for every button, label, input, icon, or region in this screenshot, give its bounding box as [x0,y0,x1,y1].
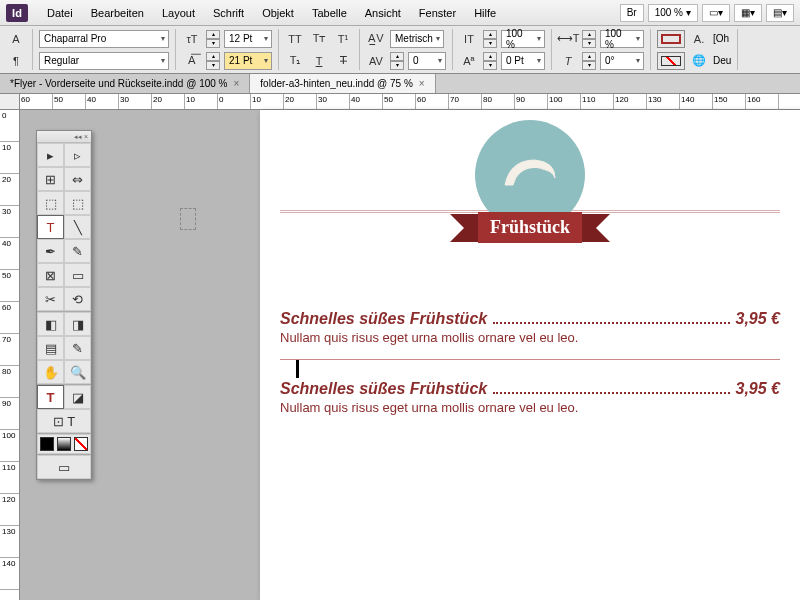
horizontal-ruler[interactable]: 6050403020100102030405060708090100110120… [20,94,800,110]
underline-icon[interactable]: T [309,52,329,70]
document-tabs: *Flyer - Vorderseite und Rückseite.indd … [0,74,800,94]
strike-icon[interactable]: T̶ [333,52,353,70]
font-size[interactable]: 12 Pt [224,30,272,48]
selection-tool[interactable]: ▸ [37,143,64,167]
baseline-stepper[interactable]: ▴▾ [483,52,497,70]
scissors-tool[interactable]: ✂ [37,287,64,311]
menu-item-1[interactable]: Schnelles süßes Frühstück 3,95 € Nullam … [280,310,780,374]
content-placer-tool[interactable]: ⬚ [64,191,91,215]
menu-layout[interactable]: Layout [153,3,204,23]
hscale-icon: ⟷T [558,30,578,48]
pencil-tool[interactable]: ✎ [64,239,91,263]
super-icon[interactable]: T¹ [333,30,353,48]
vscale-icon: IT [459,30,479,48]
hscale-stepper[interactable]: ▴▾ [582,30,596,48]
page-tool[interactable]: ⊞ [37,167,64,191]
view-mode-3[interactable]: ▤▾ [766,4,794,22]
menu-hilfe[interactable]: Hilfe [465,3,505,23]
sub-icon[interactable]: T₁ [285,52,305,70]
croissant-icon [495,150,565,200]
tools-panel[interactable]: ◂◂ × ▸ ▹ ⊞ ⇔ ⬚ ⬚ T ╲ ✒ ✎ ⊠ ▭ ✂ ⟲ ◧ ◨ ▤ ✎… [36,130,92,480]
ribbon-tail-right [582,214,610,242]
line-tool[interactable]: ╲ [64,215,91,239]
vscale-stepper[interactable]: ▴▾ [483,30,497,48]
menu-bearbeiten[interactable]: Bearbeiten [82,3,153,23]
lang-icon: 🌐 [689,52,709,70]
fill-color[interactable] [657,30,685,48]
tracking[interactable]: 0 [408,52,446,70]
language[interactable]: Deu [713,55,731,66]
hscale[interactable]: 100 % [600,30,644,48]
tab-flyer[interactable]: *Flyer - Vorderseite und Rückseite.indd … [0,74,250,93]
char-mode-icon[interactable]: A [6,30,26,48]
ruler-origin[interactable] [0,94,20,110]
menu-item-2[interactable]: Schnelles süßes Frühstück 3,95 € Nullam … [280,380,780,415]
page[interactable]: Frühstück Schnelles süßes Frühstück 3,95… [260,110,800,600]
baseline-shift[interactable]: 0 Pt [501,52,545,70]
type-tool[interactable]: T [37,215,64,239]
font-family[interactable]: Chaparral Pro [39,30,169,48]
menu-fenster[interactable]: Fenster [410,3,465,23]
size-stepper[interactable]: ▴▾ [206,30,220,48]
gradient-swatch-tool[interactable]: ◧ [37,312,64,336]
rectangle-tool[interactable]: ▭ [64,263,91,287]
vertical-ruler[interactable]: 0102030405060708090100110120130140 [0,110,20,600]
item-desc: Nullam quis risus eget urna mollis ornar… [280,330,780,345]
skew-stepper[interactable]: ▴▾ [582,52,596,70]
swatch-black[interactable] [40,437,54,451]
free-transform-tool[interactable]: ⟲ [64,287,91,311]
leading[interactable]: 21 Pt [224,52,272,70]
vscale[interactable]: 100 % [501,30,545,48]
kerning-mode[interactable]: Metrisch [390,30,444,48]
menu-ansicht[interactable]: Ansicht [356,3,410,23]
direct-selection-tool[interactable]: ▹ [64,143,91,167]
hand-tool[interactable]: ✋ [37,360,64,384]
menubar: Id Datei Bearbeiten Layout Schrift Objek… [0,0,800,26]
view-mode-toggle[interactable]: ▭ [37,455,91,479]
canvas[interactable]: Frühstück Schnelles süßes Frühstück 3,95… [20,110,800,600]
gap-tool[interactable]: ⇔ [64,167,91,191]
zoom-level[interactable]: 100 % ▾ [648,4,698,22]
item-name: Schnelles süßes Frühstück [280,380,487,398]
menu-tabelle[interactable]: Tabelle [303,3,356,23]
panel-collapse[interactable]: ◂◂ × [37,131,91,143]
fill-stroke-text[interactable]: T [37,385,64,409]
track-stepper[interactable]: ▴▾ [390,52,404,70]
baseline-icon: Aª [459,52,479,70]
close-icon[interactable]: × [233,78,239,89]
item-separator [280,359,780,360]
zoom-tool[interactable]: 🔍 [64,360,91,384]
swatch-none[interactable] [74,437,88,451]
menu-datei[interactable]: Datei [38,3,82,23]
tab-folder[interactable]: folder-a3-hinten_neu.indd @ 75 %× [250,74,435,93]
kern-icon: A̲V [366,30,386,48]
skew[interactable]: 0° [600,52,644,70]
char-style[interactable]: [Oh [713,33,729,44]
ribbon-tail-left [450,214,478,242]
leading-icon: A͞ [182,52,202,70]
stroke-color[interactable] [657,52,685,70]
fill-stroke-container[interactable]: ⊡ T [37,409,91,433]
rectangle-frame-tool[interactable]: ⊠ [37,263,64,287]
pen-tool[interactable]: ✒ [37,239,64,263]
fill-stroke-swap[interactable]: ◪ [64,385,91,409]
view-mode-2[interactable]: ▦▾ [734,4,762,22]
menu-schrift[interactable]: Schrift [204,3,253,23]
eyedropper-tool[interactable]: ✎ [64,336,91,360]
note-tool[interactable]: ▤ [37,336,64,360]
smallcaps-icon[interactable]: Tᴛ [309,30,329,48]
content-collector-tool[interactable]: ⬚ [37,191,64,215]
leading-stepper[interactable]: ▴▾ [206,52,220,70]
color-swatches[interactable] [37,434,91,454]
bridge-button[interactable]: Br [620,4,644,22]
view-mode-1[interactable]: ▭▾ [702,4,730,22]
menu-objekt[interactable]: Objekt [253,3,303,23]
close-icon[interactable]: × [419,78,425,89]
para-mode-icon[interactable]: ¶ [6,52,26,70]
control-bar: A ¶ Chaparral Pro Regular τT▴▾12 Pt A͞▴▾… [0,26,800,74]
allcaps-icon[interactable]: TT [285,30,305,48]
gradient-feather-tool[interactable]: ◨ [64,312,91,336]
font-style[interactable]: Regular [39,52,169,70]
swatch-gradient[interactable] [57,437,71,451]
empty-text-frame[interactable] [180,208,196,230]
